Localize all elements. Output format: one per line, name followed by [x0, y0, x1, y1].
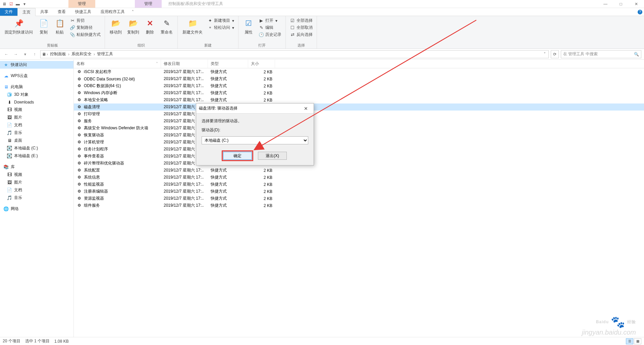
nav-item[interactable]: 🎞视频 [0, 106, 73, 114]
new-folder-button[interactable]: 📁新建文件夹 [180, 17, 205, 36]
delete-button[interactable]: ✕删除 [143, 17, 157, 36]
paste-button[interactable]: 📋粘贴 [52, 17, 67, 36]
nav-item[interactable]: 💽本地磁盘 (E:) [0, 152, 73, 160]
breadcrumb-item[interactable]: 系统和安全 [70, 51, 93, 57]
recent-dropdown[interactable]: ▾ [21, 51, 29, 58]
file-row[interactable]: ⚙ODBC Data Sources (32-bit)2019/12/7 星期六… [74, 75, 644, 82]
tab-app-tools[interactable]: 应用程序工具 [96, 8, 129, 16]
exit-button[interactable]: 退出(X) [258, 152, 287, 160]
paste-shortcut-button[interactable]: 📎粘贴快捷方式 [68, 31, 102, 38]
file-row[interactable]: ⚙事件查看器2019/12/7 星期六 17:..快捷方式2 KB [74, 153, 644, 160]
ribbon-collapse-button[interactable]: ˄ [129, 8, 136, 16]
file-row[interactable]: ⚙高级安全 Windows Defender 防火墙2019/12/7 星期六 … [74, 125, 644, 132]
column-type[interactable]: 类型 [208, 60, 248, 68]
edit-button[interactable]: ✎编辑 [257, 24, 283, 31]
select-none-button[interactable]: ☐全部取消 [288, 24, 314, 31]
nav-item[interactable]: 📄文档 [0, 121, 73, 129]
file-row[interactable]: ⚙Windows 内存诊断2019/12/7 星期六 17:..快捷方式2 KB [74, 89, 644, 96]
nav-quick-access[interactable]: ★快速访问 [0, 61, 73, 69]
nav-item[interactable]: 🖼图片 [0, 114, 73, 121]
column-name[interactable]: 名称˄ [74, 60, 161, 68]
nav-libraries[interactable]: 📚库 [0, 163, 73, 171]
nav-item[interactable]: 📄文档 [0, 186, 73, 194]
file-row[interactable]: ⚙注册表编辑器2019/12/7 星期六 17:..快捷方式2 KB [74, 188, 644, 195]
refresh-button[interactable]: ⟳ [551, 50, 559, 58]
properties-button[interactable]: ☑属性 [241, 17, 256, 36]
nav-item[interactable]: 🖥桌面 [0, 137, 73, 144]
search-input[interactable]: 在 管理工具 中搜索 🔍 [561, 50, 641, 58]
file-row[interactable]: ⚙碎片整理和优化驱动器2019/12/7 星期六 17:..快捷方式2 KB [74, 160, 644, 167]
file-row[interactable]: ⚙本地安全策略2019/12/7 星期六 17:..快捷方式2 KB [74, 96, 644, 104]
qat-properties-icon[interactable]: ☑ [8, 1, 14, 7]
nav-item[interactable]: 🎞视频 [0, 171, 73, 179]
dialog-close-button[interactable]: ✕ [301, 106, 311, 111]
qat-dropdown-icon[interactable]: ▾ [21, 1, 28, 7]
close-button[interactable]: ✕ [629, 0, 644, 8]
help-button[interactable]: ? [636, 8, 644, 16]
file-row[interactable]: ⚙打印管理2019/12/7 星期六 17:..快捷方式2 KB [74, 111, 644, 118]
file-row[interactable]: ⚙恢复驱动器2019/12/7 星期六 17:..快捷方式2 KB [74, 132, 644, 139]
copyto-button[interactable]: 📂复制到 [125, 17, 141, 36]
nav-item[interactable]: 🧊3D 对象 [0, 91, 73, 98]
rename-button[interactable]: ✎重命名 [159, 17, 175, 36]
file-row[interactable]: ⚙iSCSI 发起程序2019/12/7 星期六 17:..快捷方式2 KB [74, 68, 644, 75]
invert-icon: ⇄ [290, 32, 295, 38]
moveto-button[interactable]: 📂移动到 [108, 17, 124, 36]
nav-item[interactable]: ⬇Downloads [0, 98, 73, 106]
breadcrumb-item[interactable]: 管理工具 [96, 51, 114, 57]
file-row[interactable]: ⚙性能监视器2019/12/7 星期六 17:..快捷方式2 KB [74, 181, 644, 188]
view-icons-button[interactable]: ▦ [634, 338, 641, 344]
drive-select[interactable]: 本地磁盘 (C:) [202, 136, 308, 144]
file-row[interactable]: ⚙计算机管理2019/12/7 星期六 17:..快捷方式2 KB [74, 139, 644, 146]
back-button[interactable]: ← [3, 51, 10, 58]
view-details-button[interactable]: ☰ [626, 338, 633, 344]
address-dropdown-icon[interactable]: ˅ [542, 52, 547, 57]
tab-shortcut-tools[interactable]: 快捷工具 [70, 8, 96, 16]
file-row[interactable]: ⚙组件服务2019/12/7 星期六 17:..快捷方式2 KB [74, 202, 644, 209]
pin-button[interactable]: 📌固定到快速访问 [3, 17, 35, 36]
nav-wps[interactable]: ☁WPS云盘 [0, 72, 73, 80]
file-row[interactable]: ⚙资源监视器2019/12/7 星期六 17:..快捷方式2 KB [74, 195, 644, 202]
tab-share[interactable]: 共享 [36, 8, 53, 16]
up-button[interactable]: ↑ [31, 51, 38, 58]
file-row[interactable]: ⚙服务2019/12/7 星期六 17:..快捷方式2 KB [74, 118, 644, 125]
qat-newfolder-icon[interactable]: ▬ [15, 1, 21, 7]
maximize-button[interactable]: □ [613, 0, 629, 8]
address-bar[interactable]: 🖥› 控制面板› 系统和安全› 管理工具 ˅ [40, 50, 549, 58]
nav-this-pc[interactable]: 🖥此电脑 [0, 83, 73, 91]
minimize-button[interactable]: — [598, 0, 613, 8]
copy-button[interactable]: 📄复制 [36, 17, 51, 36]
qat-explorer-icon[interactable]: 🖥 [1, 1, 7, 7]
file-row[interactable]: ⚙系统配置2019/12/7 星期六 17:..快捷方式2 KB [74, 167, 644, 174]
copy-path-button[interactable]: 🔗复制路径 [68, 24, 102, 31]
navigation-pane[interactable]: ★快速访问 ☁WPS云盘 🖥此电脑 🧊3D 对象⬇Downloads🎞视频🖼图片… [0, 60, 74, 337]
tab-file[interactable]: 文件 [0, 8, 17, 16]
nav-item[interactable]: 💽本地磁盘 (C:) [0, 144, 73, 152]
context-tab-manage-app[interactable]: 管理 [135, 0, 162, 8]
breadcrumb-item[interactable]: 控制面板 [49, 51, 67, 57]
nav-item[interactable]: 🎵音乐 [0, 129, 73, 137]
tab-home[interactable]: 主页 [17, 8, 36, 16]
nav-network[interactable]: 🌐网络 [0, 205, 73, 213]
file-row[interactable]: ⚙ODBC 数据源(64 位)2019/12/7 星期六 17:..快捷方式2 … [74, 82, 644, 89]
history-button[interactable]: 🕑历史记录 [257, 31, 283, 38]
context-tab-manage-tools[interactable]: 管理 [68, 0, 95, 8]
copy-icon: 📄 [38, 18, 49, 29]
tab-view[interactable]: 查看 [53, 8, 70, 16]
nav-item[interactable]: 🎵音乐 [0, 194, 73, 202]
new-item-button[interactable]: ✦新建项目▾ [206, 17, 235, 24]
file-row[interactable]: ⚙任务计划程序2019/12/7 星期六 17:..快捷方式2 KB [74, 146, 644, 153]
file-list[interactable]: ⚙iSCSI 发起程序2019/12/7 星期六 17:..快捷方式2 KB⚙O… [74, 68, 644, 337]
column-size[interactable]: 大小 [248, 60, 275, 68]
easy-access-button[interactable]: ⚬轻松访问▾ [206, 24, 235, 31]
ok-button[interactable]: 确定 [223, 152, 252, 160]
column-date[interactable]: 修改日期 [161, 60, 208, 68]
select-all-button[interactable]: ☑全部选择 [288, 17, 314, 24]
nav-item[interactable]: 🖼图片 [0, 179, 73, 186]
forward-button[interactable]: → [12, 51, 19, 58]
open-button[interactable]: ▶打开▾ [257, 17, 283, 24]
invert-selection-button[interactable]: ⇄反向选择 [288, 31, 314, 38]
cut-button[interactable]: ✂剪切 [68, 17, 102, 24]
file-row[interactable]: ⚙系统信息2019/12/7 星期六 17:..快捷方式2 KB [74, 174, 644, 181]
file-row[interactable]: ⚙磁盘清理2019/12/7 星期六 17:..快捷方式2 KB [74, 104, 644, 111]
